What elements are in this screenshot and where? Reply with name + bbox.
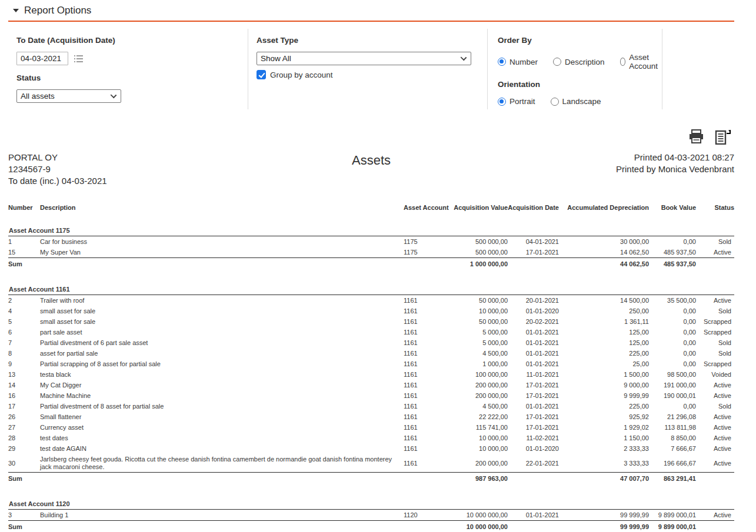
orientation-landscape-radio[interactable]: Landscape <box>551 97 601 106</box>
orientation-radio-group: Portrait Landscape <box>498 97 662 106</box>
to-date-input[interactable] <box>16 52 68 65</box>
business-id: 1234567-9 <box>8 163 232 175</box>
asset-row: 14My Cat Digger1161200 000,0017-01-20219… <box>8 380 734 390</box>
asset-row: 1Car for business1175500 000,0004-01-202… <box>8 236 734 247</box>
print-button[interactable] <box>688 129 704 145</box>
asset-row: 13testa black1161100 000,0011-01-20211 5… <box>8 369 734 380</box>
order-by-asset-account-radio[interactable]: Asset Account <box>620 53 662 71</box>
radio-icon <box>498 58 506 66</box>
asset-row: 7Partial divestment of 6 part sale asset… <box>8 337 734 348</box>
sum-row: Sum1 000 000,0044 062,50485 937,50 <box>8 258 734 272</box>
asset-type-label: Asset Type <box>257 36 487 45</box>
asset-row: 15My Super Van1175500 000,0017-01-202114… <box>8 247 734 258</box>
group-header-label: Asset Account 1120 <box>8 486 734 510</box>
date-list-icon[interactable] <box>74 55 83 63</box>
printer-icon <box>688 129 704 145</box>
options-column-order-orientation: Order By Number Description Asset Accoun… <box>487 29 662 109</box>
asset-row: 17Partial divestment of 8 asset for part… <box>8 401 734 411</box>
export-button[interactable] <box>715 129 732 145</box>
printed-by: Printed by Monica Vedenbrant <box>511 163 734 175</box>
order-by-description-radio[interactable]: Description <box>553 58 605 66</box>
options-column-date-status: To Date (Acquisition Date) Status All as… <box>8 29 248 109</box>
asset-row: 28test dates116110 000,0011-02-20211 150… <box>8 433 734 443</box>
orientation-label: Orientation <box>498 80 662 89</box>
status-select[interactable]: All assets <box>16 89 121 103</box>
asset-row: 5small asset for sale116150 000,0020-02-… <box>8 316 734 327</box>
options-column-asset-type: Asset Type Show All Group by account <box>248 29 487 109</box>
report-header: PORTAL OY 1234567-9 To date (inc.) 04-03… <box>8 152 734 187</box>
printed-timestamp: Printed 04-03-2021 08:27 <box>511 152 734 163</box>
status-label: Status <box>16 73 248 82</box>
asset-type-select-value: Show All <box>261 54 291 63</box>
report-toolbar <box>0 127 732 145</box>
to-date-label: To Date (Acquisition Date) <box>16 36 248 45</box>
assets-report-page: Report Options To Date (Acquisition Date… <box>0 0 756 532</box>
group-header-row: Asset Account 1120 <box>8 486 734 510</box>
sum-row: Sum10 000 000,0099 999,999 899 000,01 <box>8 521 734 532</box>
radio-icon <box>498 98 506 106</box>
to-date-line: To date (inc.) 04-03-2021 <box>8 175 232 187</box>
asset-row: 9Partial scrapping of 8 asset for partia… <box>8 359 734 369</box>
order-by-number-radio[interactable]: Number <box>498 58 538 66</box>
assets-table-body: Asset Account 11751Car for business11755… <box>8 212 734 532</box>
report-options-panel: To Date (Acquisition Date) Status All as… <box>8 22 734 118</box>
column-header-book-value: Book Value <box>649 203 696 212</box>
radio-icon <box>620 58 626 66</box>
collapse-caret-icon[interactable] <box>13 9 19 12</box>
status-select-value: All assets <box>21 92 55 101</box>
group-by-account-option[interactable]: Group by account <box>257 70 487 79</box>
asset-row: 3Building 1112010 000 000,0001-01-202199… <box>8 510 734 521</box>
report-options-title: Report Options <box>24 5 91 16</box>
asset-row: 8asset for partial sale11614 500,0001-01… <box>8 348 734 359</box>
report-options-header[interactable]: Report Options <box>0 0 756 19</box>
chevron-down-icon <box>461 55 467 61</box>
asset-row: 26Small flattener116122 222,0017-01-2021… <box>8 411 734 422</box>
chevron-down-icon <box>111 92 117 99</box>
column-header-acquisition-date: Acquisition Date <box>508 203 559 212</box>
column-header-number: Number <box>8 203 40 212</box>
order-by-radio-group: Number Description Asset Account <box>498 53 662 71</box>
group-header-label: Asset Account 1161 <box>8 271 734 295</box>
export-icon <box>715 129 732 145</box>
report-title: Assets <box>232 153 511 168</box>
group-header-label: Asset Account 1175 <box>8 212 734 236</box>
radio-icon <box>551 98 559 106</box>
asset-row: 2Trailer with roof116150 000,0020-01-202… <box>8 295 734 306</box>
asset-row: 16Machine Machine1161200 000,0017-01-202… <box>8 390 734 401</box>
column-header-status: Status <box>696 203 734 212</box>
assets-table: Number Description Asset Account Acquisi… <box>8 203 734 532</box>
order-by-label: Order By <box>498 36 662 45</box>
orientation-portrait-radio[interactable]: Portrait <box>498 97 535 106</box>
group-header-row: Asset Account 1161 <box>8 271 734 295</box>
column-header-accumulated-depreciation: Accumulated Depreciation <box>559 203 649 212</box>
asset-row: 29test date AGAIN116110 000,0001-01-2020… <box>8 443 734 454</box>
radio-icon <box>553 58 561 66</box>
column-header-asset-account: Asset Account <box>404 203 453 212</box>
asset-row: 6part sale asset11615 000,0001-01-202112… <box>8 327 734 337</box>
group-by-account-label: Group by account <box>270 71 333 79</box>
company-name: PORTAL OY <box>8 152 232 163</box>
asset-row: 27Currency asset1161115 741,0017-01-2021… <box>8 422 734 433</box>
column-header-acquisition-value: Acquisition Value <box>453 203 508 212</box>
asset-type-select[interactable]: Show All <box>257 52 471 65</box>
group-header-row: Asset Account 1175 <box>8 212 734 236</box>
group-by-account-checkbox[interactable] <box>257 70 266 79</box>
sum-row: Sum987 963,0047 007,70863 291,41 <box>8 473 734 486</box>
asset-row: 30Jarlsberg cheesy feet gouda. Ricotta c… <box>8 454 734 473</box>
options-column-empty <box>662 29 734 109</box>
asset-row: 4small asset for sale116110 000,0001-01-… <box>8 306 734 316</box>
column-header-description: Description <box>40 203 404 212</box>
table-header-row: Number Description Asset Account Acquisi… <box>8 203 734 212</box>
